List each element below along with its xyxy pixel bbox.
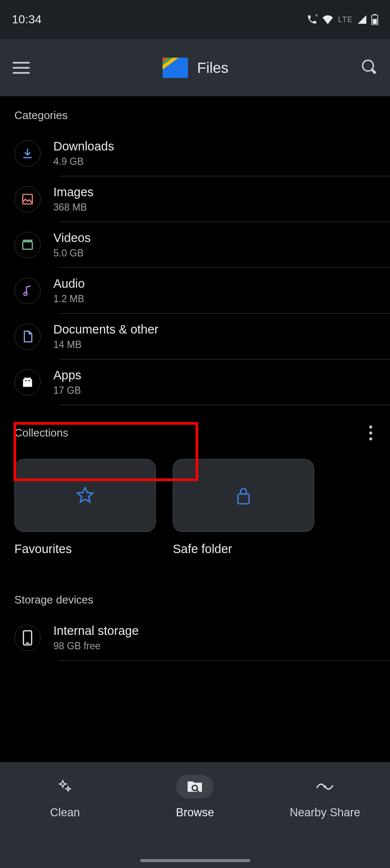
wifi-icon <box>322 15 334 24</box>
collections-more-button[interactable] <box>366 422 376 444</box>
status-bar: 10:34 LTE <box>0 0 390 39</box>
svg-rect-4 <box>23 242 33 250</box>
audio-icon <box>14 278 41 304</box>
document-icon <box>14 323 41 350</box>
collections-heading: Collections <box>14 426 68 440</box>
battery-icon <box>371 14 378 25</box>
app-bar: Files <box>0 39 390 96</box>
category-size: 17 GB <box>53 385 382 396</box>
bottom-nav: Clean Browse Nearby Share <box>0 762 390 868</box>
app-title: Files <box>197 59 229 76</box>
svg-point-5 <box>24 292 27 296</box>
signal-icon <box>357 14 367 25</box>
collection-label: Favourites <box>14 542 156 556</box>
files-logo-icon <box>163 58 188 78</box>
nav-nearby-share[interactable]: Nearby Share <box>261 775 390 819</box>
storage-name: Internal storage <box>53 624 382 638</box>
wifi-calling-icon <box>307 14 318 25</box>
phone-icon <box>14 625 41 651</box>
gesture-bar[interactable] <box>140 859 250 862</box>
collections-header: Collections <box>0 405 390 451</box>
svg-rect-1 <box>374 14 376 15</box>
category-size: 14 MB <box>53 339 382 351</box>
category-size: 5.0 GB <box>53 248 382 259</box>
category-size: 4.9 GB <box>53 156 382 167</box>
category-name: Downloads <box>53 139 382 153</box>
star-icon <box>76 486 94 505</box>
category-name: Apps <box>53 368 382 382</box>
sparkle-icon <box>57 779 73 795</box>
status-time: 10:34 <box>12 13 41 26</box>
search-icon <box>361 59 377 75</box>
category-downloads[interactable]: Downloads 4.9 GB <box>0 131 390 176</box>
collections-row: Favourites Safe folder <box>0 451 390 556</box>
collection-favourites[interactable]: Favourites <box>14 459 156 556</box>
content-area: Categories Downloads 4.9 GB Images 368 M… <box>0 96 390 762</box>
category-size: 1.2 MB <box>53 293 382 305</box>
browse-icon <box>186 779 203 795</box>
video-icon <box>14 232 41 258</box>
category-size: 368 MB <box>53 202 382 213</box>
categories-list: Downloads 4.9 GB Images 368 MB Videos 5.… <box>0 131 390 405</box>
apps-icon <box>14 369 41 395</box>
image-icon <box>14 186 41 212</box>
nav-label: Nearby Share <box>290 806 360 819</box>
category-name: Videos <box>53 231 382 245</box>
nav-label: Clean <box>50 806 80 819</box>
svg-rect-2 <box>373 19 376 24</box>
svg-point-6 <box>25 380 26 381</box>
category-name: Documents & other <box>53 323 382 337</box>
storage-heading: Storage devices <box>0 581 390 615</box>
category-apps[interactable]: Apps 17 GB <box>0 359 390 405</box>
category-videos[interactable]: Videos 5.0 GB <box>0 222 390 268</box>
storage-detail: 98 GB free <box>53 640 382 652</box>
download-icon <box>14 140 41 167</box>
status-indicators: LTE <box>307 14 378 25</box>
nearby-share-icon <box>315 781 334 792</box>
collection-label: Safe folder <box>173 542 314 556</box>
category-images[interactable]: Images 368 MB <box>0 176 390 222</box>
categories-heading: Categories <box>0 96 390 131</box>
category-documents[interactable]: Documents & other 14 MB <box>0 314 390 359</box>
svg-point-7 <box>28 380 30 381</box>
category-name: Images <box>53 185 382 199</box>
nav-label: Browse <box>176 806 214 819</box>
nav-clean[interactable]: Clean <box>1 775 130 819</box>
storage-internal[interactable]: Internal storage 98 GB free <box>0 615 390 661</box>
app-title-group: Files <box>163 58 229 78</box>
collection-safe-folder[interactable]: Safe folder <box>173 459 314 556</box>
lock-icon <box>235 486 252 505</box>
category-audio[interactable]: Audio 1.2 MB <box>0 268 390 314</box>
search-button[interactable] <box>361 59 377 77</box>
nav-browse[interactable]: Browse <box>131 775 260 819</box>
menu-button[interactable] <box>13 62 30 74</box>
network-type-label: LTE <box>338 15 353 24</box>
svg-rect-10 <box>238 494 249 504</box>
category-name: Audio <box>53 277 382 291</box>
svg-rect-3 <box>23 195 33 204</box>
